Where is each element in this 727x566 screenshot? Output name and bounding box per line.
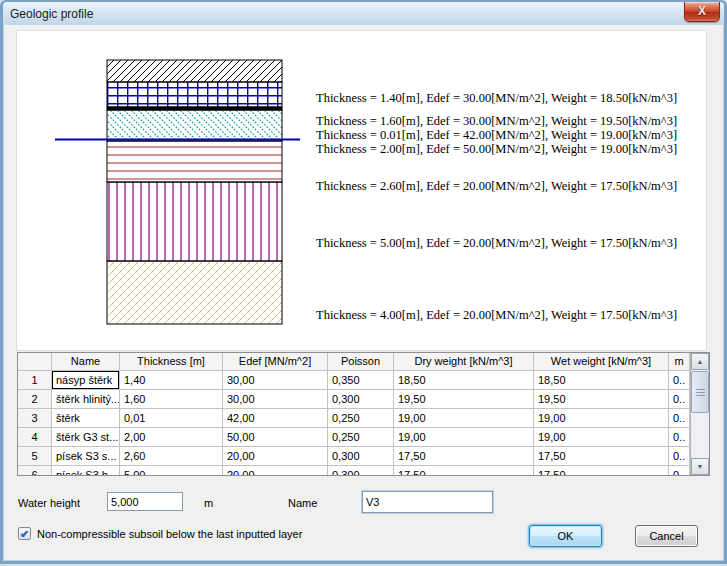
table-row[interactable]: 4 štěrk G3 st... 2,00 50,00 0,250 19,00 … <box>18 428 709 447</box>
cell-thickness[interactable]: 0,01 <box>120 409 223 428</box>
cell-dry-weight[interactable]: 17,50 <box>394 447 534 466</box>
cell-dry-weight[interactable]: 19,00 <box>394 428 534 447</box>
row-number: 1 <box>18 371 52 390</box>
cell-edef[interactable]: 50,00 <box>223 428 328 447</box>
dialog-titlebar[interactable] <box>3 2 724 25</box>
cell-thickness[interactable]: 2,60 <box>120 447 223 466</box>
header-name: Name <box>52 353 120 371</box>
soil-layers-table: Name Thickness [m] Edef [MN/m^2] Poisson… <box>17 352 710 476</box>
row-number: 4 <box>18 428 52 447</box>
layer-annotation: Thickness = 2.00[m], Edef = 50.00[MN/m^2… <box>316 142 677 156</box>
table-row[interactable]: 2 štěrk hlinitý... 1,60 30,00 0,300 19,5… <box>18 390 709 409</box>
header-dry-weight: Dry weight [kN/m^3] <box>394 353 534 371</box>
layer-annotation: Thickness = 0.01[m], Edef = 42.00[MN/m^2… <box>316 128 677 142</box>
layer-annotation: Thickness = 2.60[m], Edef = 20.00[MN/m^2… <box>316 179 677 193</box>
cell-name[interactable]: štěrk G3 st... <box>52 428 120 447</box>
cell-m[interactable]: 0.. <box>669 447 690 466</box>
water-height-label: Water height <box>18 497 80 509</box>
cell-dry-weight[interactable]: 18,50 <box>394 371 534 390</box>
cell-m[interactable]: 0.. <box>669 409 690 428</box>
layer-annotation: Thickness = 4.00[m], Edef = 20.00[MN/m^2… <box>316 308 677 322</box>
layer-7-hatch <box>107 261 282 324</box>
cancel-button[interactable]: Cancel <box>635 525 698 547</box>
layer-annotation: Thickness = 1.40[m], Edef = 30.00[MN/m^2… <box>316 91 677 105</box>
cell-m[interactable]: 0 <box>669 466 690 476</box>
close-button[interactable]: X <box>684 2 720 22</box>
cell-wet-weight[interactable]: 19,00 <box>534 428 669 447</box>
scrollbar-thumb[interactable] <box>691 371 709 413</box>
cell-name[interactable]: písek S3 s... <box>52 447 120 466</box>
header-wet-weight: Wet weight [kN/m^3] <box>534 353 669 371</box>
cell-poisson[interactable]: 0,300 <box>328 466 394 476</box>
cell-name[interactable]: štěrk hlinitý... <box>52 390 120 409</box>
scroll-up-icon: ▲ <box>697 358 704 365</box>
cell-thickness[interactable]: 1,60 <box>120 390 223 409</box>
cell-name[interactable]: štěrk <box>52 409 120 428</box>
table-row[interactable]: 6 písek S3 h... 5,00 20,00 0,300 17,50 1… <box>18 466 709 476</box>
scrollbar-grip-icon <box>696 389 705 396</box>
cell-poisson[interactable]: 0,300 <box>328 447 394 466</box>
cell-wet-weight[interactable]: 17,50 <box>534 447 669 466</box>
layer-annotation: Thickness = 1.60[m], Edef = 30.00[MN/m^2… <box>316 114 677 128</box>
cell-wet-weight[interactable]: 18,50 <box>534 371 669 390</box>
cell-edef[interactable]: 30,00 <box>223 371 328 390</box>
dialog-title: Geologic profile <box>10 7 93 21</box>
header-edef: Edef [MN/m^2] <box>223 353 328 371</box>
cell-name[interactable]: násyp štěrk <box>52 371 120 390</box>
cell-dry-weight[interactable]: 19,00 <box>394 409 534 428</box>
cell-poisson[interactable]: 0,300 <box>328 390 394 409</box>
header-m: m <box>669 353 690 371</box>
cell-poisson[interactable]: 0,250 <box>328 409 394 428</box>
row-number: 6 <box>18 466 52 476</box>
name-label: Name <box>288 497 317 509</box>
cell-m[interactable]: 0.. <box>669 428 690 447</box>
cell-wet-weight[interactable]: 19,00 <box>534 409 669 428</box>
cell-thickness[interactable]: 5,00 <box>120 466 223 476</box>
row-number: 3 <box>18 409 52 428</box>
cell-edef[interactable]: 30,00 <box>223 390 328 409</box>
scroll-up-button[interactable]: ▲ <box>691 353 709 370</box>
cell-poisson[interactable]: 0,350 <box>328 371 394 390</box>
water-height-input[interactable] <box>107 492 183 511</box>
profile-name-input[interactable] <box>362 491 493 513</box>
ok-button[interactable]: OK <box>529 525 602 547</box>
table-header-row: Name Thickness [m] Edef [MN/m^2] Poisson… <box>18 353 709 371</box>
cell-m[interactable]: 0.. <box>669 390 690 409</box>
check-icon: ✔ <box>20 528 29 540</box>
header-rownum <box>18 353 52 371</box>
scroll-down-button[interactable]: ▼ <box>691 458 709 475</box>
header-thickness: Thickness [m] <box>120 353 223 371</box>
cell-edef[interactable]: 20,00 <box>223 466 328 476</box>
cell-wet-weight[interactable]: 19,50 <box>534 390 669 409</box>
row-number: 2 <box>18 390 52 409</box>
layer-2-hatch <box>107 82 282 107</box>
cell-thickness[interactable]: 2,00 <box>120 428 223 447</box>
table-row[interactable]: 1 násyp štěrk 1,40 30,00 0,350 18,50 18,… <box>18 371 709 390</box>
header-poisson: Poisson <box>328 353 394 371</box>
layer-annotation: Thickness = 5.00[m], Edef = 20.00[MN/m^2… <box>316 236 677 250</box>
cell-edef[interactable]: 20,00 <box>223 447 328 466</box>
cell-edef[interactable]: 42,00 <box>223 409 328 428</box>
cell-thickness[interactable]: 1,40 <box>120 371 223 390</box>
scroll-down-icon: ▼ <box>697 463 704 470</box>
cell-poisson[interactable]: 0,250 <box>328 428 394 447</box>
cell-dry-weight[interactable]: 17,50 <box>394 466 534 476</box>
cell-m[interactable]: 0.. <box>669 371 690 390</box>
table-row[interactable]: 5 písek S3 s... 2,60 20,00 0,300 17,50 1… <box>18 447 709 466</box>
profile-canvas: Thickness = 1.40[m], Edef = 30.00[MN/m^2… <box>17 31 706 350</box>
table-vertical-scrollbar[interactable]: ▲ ▼ <box>690 353 709 475</box>
row-number: 5 <box>18 447 52 466</box>
cell-dry-weight[interactable]: 19,50 <box>394 390 534 409</box>
water-height-unit: m <box>204 497 213 509</box>
layer-6-hatch <box>107 182 282 261</box>
cell-wet-weight[interactable]: 17,50 <box>534 466 669 476</box>
layer-4-hatch <box>107 110 282 141</box>
table-row[interactable]: 3 štěrk 0,01 42,00 0,250 19,00 19,00 0.. <box>18 409 709 428</box>
layer-5-hatch <box>107 141 282 182</box>
cell-name[interactable]: písek S3 h... <box>52 466 120 476</box>
layer-1-hatch <box>107 60 282 82</box>
non-compressible-subsoil-checkbox[interactable]: ✔ <box>18 527 31 540</box>
close-icon: X <box>698 4 706 18</box>
non-compressible-subsoil-label: Non-compressible subsoil below the last … <box>37 528 302 540</box>
